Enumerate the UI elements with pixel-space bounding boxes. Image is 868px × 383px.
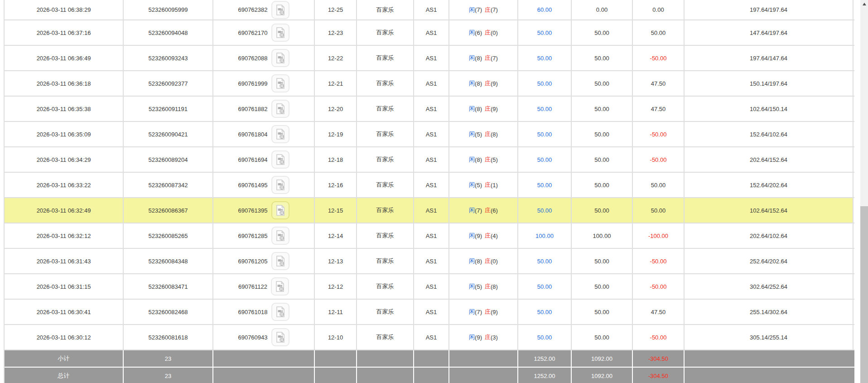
video-replay-button[interactable] <box>271 150 289 169</box>
summary-empty-cell <box>685 368 854 383</box>
table-name: AS1 <box>414 300 449 324</box>
bet-amount-link[interactable]: 60.00 <box>518 0 572 19</box>
game-result: 闲(9)庄(4) <box>449 223 518 248</box>
bet-amount-link[interactable]: 50.00 <box>518 198 572 223</box>
banker-score: (9) <box>491 106 498 112</box>
table-row[interactable]: 2026-03-11 06:37:16 523260094048 6907621… <box>5 20 854 46</box>
bet-amount-link[interactable]: 50.00 <box>518 97 572 121</box>
player-label: 闲 <box>469 79 475 87</box>
player-label: 闲 <box>469 54 475 62</box>
video-replay-button[interactable] <box>271 303 289 321</box>
bet-number: 523260082468 <box>124 300 213 324</box>
game-result: 闲(8)庄(7) <box>449 46 518 70</box>
bet-amount-link[interactable]: 50.00 <box>518 325 572 349</box>
summary-row: 小计 23 1252.00 1092.00 -304.50 <box>5 350 854 368</box>
bet-amount-link[interactable]: 50.00 <box>518 249 572 273</box>
bet-time: 2026-03-11 06:30:12 <box>5 325 124 349</box>
game-number-cell: 690761999 <box>213 71 315 96</box>
table-row[interactable]: 2026-03-11 06:35:38 523260091191 6907618… <box>5 97 854 122</box>
round-number: 12-12 <box>315 274 357 299</box>
banker-score: (7) <box>491 6 498 13</box>
video-replay-button[interactable] <box>271 176 289 194</box>
bet-amount-link[interactable]: 50.00 <box>518 147 572 172</box>
player-score: (8) <box>475 156 482 163</box>
table-row[interactable]: 2026-03-11 06:30:41 523260082468 6907610… <box>5 300 854 325</box>
round-number: 12-25 <box>315 0 357 19</box>
table-row[interactable]: 2026-03-11 06:36:18 523260092377 6907619… <box>5 71 854 97</box>
banker-label: 庄 <box>485 232 491 240</box>
bet-amount-link[interactable]: 50.00 <box>518 71 572 96</box>
video-replay-button[interactable] <box>271 227 289 245</box>
table-row[interactable]: 2026-03-11 06:31:15 523260083471 6907611… <box>5 274 854 300</box>
table-row[interactable]: 2026-03-11 06:30:12 523260081618 6907609… <box>5 325 854 350</box>
game-name: 百家乐 <box>357 198 414 223</box>
table-row[interactable]: 2026-03-11 06:38:29 523260095999 6907623… <box>5 0 854 20</box>
bet-number: 523260089204 <box>124 147 213 172</box>
video-replay-button[interactable] <box>271 125 289 143</box>
bet-amount-link[interactable]: 50.00 <box>518 46 572 70</box>
banker-score: (1) <box>491 182 498 189</box>
summary-empty-cell <box>414 368 449 383</box>
bet-number: 523260087342 <box>124 173 213 197</box>
video-replay-button[interactable] <box>271 252 289 270</box>
table-name: AS1 <box>414 173 449 197</box>
bet-amount-link[interactable]: 50.00 <box>518 274 572 299</box>
video-replay-button[interactable] <box>271 100 289 118</box>
game-result: 闲(6)庄(0) <box>449 20 518 45</box>
table-row[interactable]: 2026-03-11 06:35:09 523260090421 6907618… <box>5 122 854 147</box>
game-name: 百家乐 <box>357 249 414 273</box>
video-replay-button[interactable] <box>271 201 289 219</box>
valid-amount: 50.00 <box>572 173 633 197</box>
game-number: 690761999 <box>238 80 267 87</box>
table-row[interactable]: 2026-03-11 06:32:12 523260085265 6907612… <box>5 223 854 249</box>
banker-score: (0) <box>491 258 498 265</box>
player-score: (8) <box>475 55 482 62</box>
video-replay-button[interactable] <box>271 74 289 92</box>
bet-amount-link[interactable]: 50.00 <box>518 122 572 146</box>
balance: 102.64/150.14 <box>685 97 854 121</box>
video-icon <box>275 255 286 267</box>
valid-amount: 50.00 <box>572 97 633 121</box>
video-icon <box>275 103 286 115</box>
player-label: 闲 <box>469 29 475 37</box>
bet-amount-link[interactable]: 50.00 <box>518 173 572 197</box>
summary-count: 23 <box>124 350 213 367</box>
bet-amount-link[interactable]: 50.00 <box>518 300 572 324</box>
game-number: 690762170 <box>238 29 267 36</box>
table-row[interactable]: 2026-03-11 06:36:49 523260093243 6907620… <box>5 46 854 71</box>
round-number: 12-14 <box>315 223 357 248</box>
win-loss: -50.00 <box>633 325 685 349</box>
bet-amount-link[interactable]: 100.00 <box>518 223 572 248</box>
game-result: 闲(7)庄(9) <box>449 300 518 324</box>
bet-number: 523260094048 <box>124 20 213 45</box>
video-replay-button[interactable] <box>271 24 289 42</box>
round-number: 12-15 <box>315 198 357 223</box>
video-replay-button[interactable] <box>271 277 289 296</box>
game-name: 百家乐 <box>357 20 414 45</box>
banker-score: (9) <box>491 309 498 315</box>
game-name: 百家乐 <box>357 122 414 146</box>
bet-time: 2026-03-11 06:31:15 <box>5 274 124 299</box>
table-row[interactable]: 2026-03-11 06:33:22 523260087342 6907614… <box>5 173 854 198</box>
summary-empty-cell <box>213 368 315 383</box>
win-loss: 47.50 <box>633 97 685 121</box>
vertical-scrollbar[interactable] <box>860 0 868 383</box>
banker-score: (0) <box>491 29 498 36</box>
bet-amount-link[interactable]: 50.00 <box>518 20 572 45</box>
scrollbar-thumb[interactable] <box>860 206 868 383</box>
bet-time: 2026-03-11 06:36:49 <box>5 46 124 70</box>
bet-number: 523260093243 <box>124 46 213 70</box>
banker-label: 庄 <box>485 155 491 164</box>
table-row[interactable]: 2026-03-11 06:32:49 523260086367 6907613… <box>5 198 854 223</box>
valid-amount: 50.00 <box>572 46 633 70</box>
game-number-cell: 690761018 <box>213 300 315 324</box>
table-row[interactable]: 2026-03-11 06:34:29 523260089204 6907616… <box>5 147 854 173</box>
video-replay-button[interactable] <box>271 1 289 19</box>
scroll-up-button[interactable] <box>860 0 868 8</box>
video-replay-button[interactable] <box>271 328 289 346</box>
table-row[interactable]: 2026-03-11 06:31:43 523260084348 6907612… <box>5 249 854 274</box>
game-name: 百家乐 <box>357 173 414 197</box>
round-number: 12-11 <box>315 300 357 324</box>
video-replay-button[interactable] <box>271 49 289 67</box>
bet-records-table: 2026-03-11 06:38:29 523260095999 6907623… <box>4 0 854 383</box>
